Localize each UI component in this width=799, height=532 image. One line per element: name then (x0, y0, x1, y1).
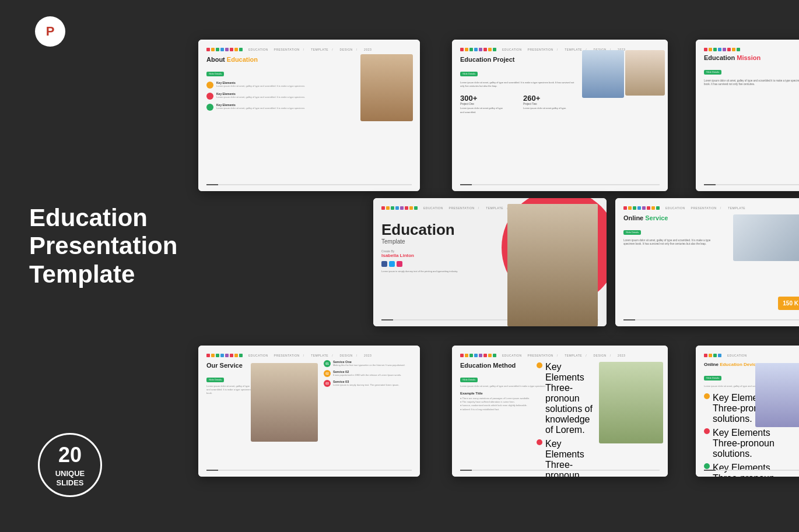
title-line1: Education (29, 204, 148, 231)
slide1-key-list: Key Elements Lorem ipsum dolor sit amet,… (206, 81, 323, 111)
facebook-icon (381, 261, 387, 267)
slide2-photo-books (625, 50, 665, 96)
main-title-block: Education Presentation Template (29, 204, 177, 288)
key-item-2: Key Elements Lorem ipsum dolor sit amet,… (206, 92, 323, 100)
slide-education-device[interactable]: EDUCATION Online Education Device Slide … (696, 346, 799, 477)
badge-label2: SLIDES (57, 478, 84, 487)
powerpoint-icon: P (35, 16, 65, 47)
slide3-nav (704, 48, 799, 51)
slide2-photo-grad (582, 50, 624, 98)
service-item-2: 02 Service 02 It was popularised in 1960… (324, 370, 414, 377)
slide8-device-photo (755, 363, 799, 427)
slide5-image (733, 214, 799, 261)
badge-number: 20 (55, 442, 85, 469)
slide7-keys: Key Elements Three-pronoun solutions of … (537, 362, 595, 477)
slide5-tag: Slide Details (623, 230, 641, 235)
slide4-subtitle: Template (381, 238, 598, 245)
slide3-desc: Lorem ipsum dolor sit amet, galley of ty… (704, 79, 799, 87)
slide5-bottom-line (623, 319, 799, 320)
slide8-key-2: Key Elements Three-pronoun solutions. (704, 428, 799, 459)
slide-online-service[interactable]: EDUCATION PRESENTATION / TEMPLATE Online… (615, 198, 799, 326)
slide7-tag: Slide Details (460, 378, 478, 382)
slide4-title: Education (381, 221, 598, 238)
slide5-nav: EDUCATION PRESENTATION / TEMPLATE (623, 206, 799, 210)
service-item-1: 01 Service One Making this the first tru… (324, 360, 414, 367)
slide1-bottom-line (206, 184, 412, 185)
slide8-nav: EDUCATION (704, 354, 799, 357)
service-item-3: 03 Service 03 Lorem ipsum is simply dumm… (324, 380, 414, 387)
slide4-author: Isabella Linton (381, 253, 598, 258)
slide1-nav: EDUCATION PRESENTATION / TEMPLATE / DESI… (206, 48, 412, 51)
key-item-1: Key Elements Lorem ipsum dolor sit amet,… (206, 81, 323, 89)
slide5-stat: 150 K (778, 297, 799, 310)
slide2-stats: 300+ Project One Lorem ipsum dolor sit a… (460, 94, 660, 114)
slide5-desc: Lorem ipsum dolor sit amet, galley of ty… (623, 239, 720, 247)
key-dot-3 (206, 104, 213, 111)
slide3-tag: Slide Details (704, 70, 721, 75)
title-line2: Presentation (29, 232, 177, 259)
slide2-bottom-line (460, 184, 660, 185)
slide4-social (381, 261, 598, 267)
slide4-content: Education Template Create By Isabella Li… (381, 221, 598, 273)
slide-education-mission[interactable]: Education Mission Slide Details Lorem ip… (696, 40, 799, 191)
slide-about-education[interactable]: EDUCATION PRESENTATION / TEMPLATE / DESI… (198, 40, 420, 191)
slide3-bottom-line (704, 184, 799, 185)
stat-2: 260+ Project Two Lorem ipsum dolor sit a… (523, 94, 566, 114)
slide6-nav: EDUCATION PRESENTATION / TEMPLATE / DESI… (206, 354, 412, 357)
twitter-icon (389, 261, 395, 267)
slide6-bottom-line (206, 470, 412, 471)
slide8-bottom-line (704, 470, 799, 471)
slide6-tag: Slide Details (206, 378, 224, 382)
slide1-tag: Slide Details (206, 72, 224, 76)
slide3-title: Education Mission (704, 54, 799, 61)
key-dot-1 (206, 82, 213, 89)
slide6-desc: Lorem ipsum dolor sit amet, galley of ty… (206, 385, 253, 395)
slide8-tag: Slide Details (704, 376, 721, 380)
slide-our-service[interactable]: EDUCATION PRESENTATION / TEMPLATE / DESI… (198, 346, 420, 477)
slide6-photo (251, 363, 318, 442)
unique-slides-badge: 20 UNIQUE SLIDES (38, 433, 102, 497)
slide7-key-2: Key Elements Three-pronoun solutions of … (537, 439, 595, 477)
slide7-bottom-line (460, 470, 660, 471)
slide4-desc: Lorem ipsum in simply dummy text of the … (381, 270, 486, 273)
slide-education-project[interactable]: EDUCATION PRESENTATION / TEMPLATE / DESI… (452, 40, 668, 191)
title-line3: Template (29, 260, 135, 288)
slide6-services: 01 Service One Making this the first tru… (324, 360, 414, 390)
slide2-tag: Slide Details (460, 72, 478, 76)
slide7-key-1: Key Elements Three-pronoun solutions of … (537, 362, 595, 435)
slide7-nav: EDUCATION PRESENTATION / TEMPLATE / DESI… (460, 354, 660, 357)
key-dot-2 (206, 93, 213, 100)
instagram-icon (397, 261, 402, 267)
badge-label1: UNIQUE (55, 469, 85, 478)
stat-1: 300+ Project One Lorem ipsum dolor sit a… (460, 94, 507, 114)
slide-education-template[interactable]: EDUCATION PRESENTATION / TEMPLATE / DESI… (373, 198, 607, 326)
key-item-3: Key Elements Lorem ipsum dolor sit amet,… (206, 103, 323, 111)
slide2-desc: Lorem ipsum dolor sit amet, galley of ty… (460, 81, 577, 89)
slide-education-method[interactable]: EDUCATION PRESENTATION / TEMPLATE / DESI… (452, 346, 668, 477)
slide7-photo (599, 362, 663, 443)
slide1-photo (360, 54, 413, 121)
